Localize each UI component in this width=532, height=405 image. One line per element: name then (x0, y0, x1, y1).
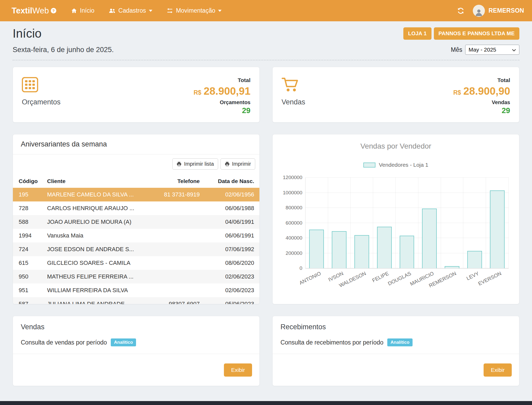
chart-slot: MAURICIO (418, 178, 441, 268)
nav-item-movimentacao[interactable]: Movimentação (167, 7, 222, 14)
cart-icon (282, 89, 298, 93)
table-row[interactable]: 588 JOAO AURELIO DE MOURA (A) 04/06/1991 (13, 215, 259, 229)
sales-chart-card: Vendas por Vendedor Vendedores - Loja 1 … (272, 134, 519, 304)
vendas-report-description: Consulta de vendas por período (21, 339, 107, 346)
total-label: Total (453, 77, 510, 83)
cell-client: WILLIAM FERREIRA DA SILVA (47, 287, 160, 294)
chart-title: Vendas por Vendedor (278, 141, 514, 151)
brand-bold: Textil (12, 6, 32, 15)
orcamentos-count: 29 (194, 106, 250, 115)
orcamentos-summary-card: Orçamentos Total R$28.900,91 Orçamentos … (13, 67, 260, 123)
y-axis-tick: 1000000 (283, 190, 302, 196)
cell-date: 08/06/2020 (200, 260, 259, 266)
chart-slot: ANTONIO (305, 178, 328, 268)
table-row[interactable]: 728 CARLOS HENRIQUE ARAUJO ... 06/06/198… (13, 201, 259, 215)
vendas-report-card: Vendas Consulta de vendas por período An… (13, 316, 260, 386)
recebimentos-exibir-button[interactable]: Exibir (484, 363, 512, 377)
help-icon[interactable]: ? (51, 8, 56, 13)
chart-slot: IVSON (328, 178, 351, 268)
chart-bar (490, 190, 505, 268)
cell-date: 06/06/1988 (200, 205, 259, 212)
user-menu[interactable]: REMERSON (473, 5, 524, 17)
col-telefone: Telefone (160, 178, 200, 184)
chart-slot: WALDESON (351, 178, 373, 268)
users-icon (109, 8, 116, 13)
nav-item-label: Cadastros (118, 7, 146, 14)
table-row[interactable]: 724 JOSE EDSON DE ANDRADE S... 07/06/199… (13, 242, 259, 256)
chart-bar (422, 209, 437, 268)
print-button[interactable]: Imprimir (220, 158, 255, 170)
x-axis-tick: ANTONIO (298, 270, 322, 286)
cell-client: MARLENE CAMELO DA SILVA ... (47, 191, 160, 198)
printer-icon (177, 161, 182, 166)
birthdays-table-body: 195 MARLENE CAMELO DA SILVA ... 81 3731-… (13, 188, 259, 304)
cell-date: 04/06/1991 (200, 219, 259, 225)
x-axis-tick: LEVY (465, 270, 480, 282)
nav-items: Início Cadastros Movimentação (71, 7, 222, 14)
orcamentos-label: Orçamentos (22, 98, 61, 106)
cell-code: 724 (13, 246, 47, 253)
brand-link[interactable]: TextilWeb ? (12, 6, 56, 16)
home-icon (71, 8, 77, 14)
legend-swatch (363, 163, 375, 168)
caret-down-icon (149, 10, 152, 12)
cell-code: 1994 (13, 232, 47, 239)
birthdays-table-header: Código Cliente Telefone Data de Nasc. (13, 175, 259, 188)
chart-bar (354, 235, 369, 269)
cell-date: 05/06/2023 (200, 301, 259, 304)
cell-code: 587 (13, 301, 47, 304)
nav-right: REMERSON (457, 5, 524, 17)
y-axis-tick: 1200000 (283, 175, 302, 180)
nav-item-label: Movimentação (176, 7, 215, 14)
navbar: TextilWeb ? Início Cadastros Movimentaçã… (0, 0, 532, 21)
vendas-total-amount: R$28.900,90 (453, 85, 510, 97)
table-row[interactable]: 195 MARLENE CAMELO DA SILVA ... 81 3731-… (13, 188, 259, 201)
month-select[interactable]: May - 2025 (465, 45, 519, 55)
vendas-label: Vendas (282, 98, 305, 106)
avatar (473, 5, 485, 17)
vendas-exibir-button[interactable]: Exibir (224, 363, 252, 377)
store-button[interactable]: LOJA 1 (403, 27, 431, 40)
recebimentos-report-description: Consulta de recebimentos por período (280, 339, 383, 346)
refresh-icon[interactable] (457, 7, 464, 14)
cell-code: 195 (13, 191, 47, 198)
table-row[interactable]: 615 GILCLECIO SOARES - CAMILA 08/06/2020 (13, 256, 259, 270)
page-footer (0, 401, 532, 405)
legend-label: Vendedores - Loja 1 (379, 162, 428, 168)
y-axis-tick: 800000 (286, 205, 302, 211)
col-data-nasc: Data de Nasc. (200, 178, 259, 184)
cell-client: CARLOS HENRIQUE ARAUJO ... (47, 205, 160, 212)
chart-area: 020000040000060000080000010000001200000A… (278, 176, 511, 300)
print-list-button[interactable]: Imprimir lista (172, 158, 218, 170)
current-date: Sexta-feira, 6 de junho de 2025. (13, 46, 114, 54)
table-row[interactable]: 587 JULIANA LIMA DE ANDRADE 98307-6907 0… (13, 297, 259, 304)
chart-bar (332, 231, 347, 268)
chevron-down-icon (512, 47, 516, 53)
cell-phone: 98307-6907 (160, 301, 200, 304)
calculator-icon (22, 89, 38, 93)
printer-icon (225, 161, 230, 166)
orcamentos-count-label: Orçamentos (194, 99, 250, 105)
chart-bar (309, 230, 324, 268)
vendas-count-label: Vendas (453, 99, 510, 105)
nav-item-inicio[interactable]: Início (71, 7, 94, 14)
analitico-badge: Analítico (387, 338, 413, 346)
col-cliente: Cliente (47, 178, 160, 184)
table-row[interactable]: 1994 Vanuska Maia 06/06/1991 (13, 229, 259, 242)
y-axis-tick: 600000 (286, 220, 302, 226)
nav-item-cadastros[interactable]: Cadastros (109, 7, 152, 14)
chart-legend[interactable]: Vendedores - Loja 1 (278, 162, 514, 168)
cell-phone: 81 3731-8919 (160, 191, 200, 198)
cell-date: 06/06/1991 (200, 232, 259, 239)
cell-code: 951 (13, 287, 47, 294)
table-row[interactable]: 950 MATHEUS FELIPE FERREIRA ... 02/06/20… (13, 270, 259, 284)
cell-date: 02/06/2023 (200, 287, 259, 294)
recebimentos-report-card: Recebimentos Consulta de recebimentos po… (272, 316, 519, 386)
cell-client: Vanuska Maia (47, 232, 160, 239)
caret-down-icon (218, 10, 222, 12)
cell-code: 615 (13, 260, 47, 266)
company-button[interactable]: PANNOS E PANNOS LTDA ME (434, 27, 519, 40)
chart-slot: REMERSON (441, 178, 464, 268)
y-axis-tick: 400000 (286, 235, 302, 241)
table-row[interactable]: 951 WILLIAM FERREIRA DA SILVA 02/06/2023 (13, 284, 259, 297)
